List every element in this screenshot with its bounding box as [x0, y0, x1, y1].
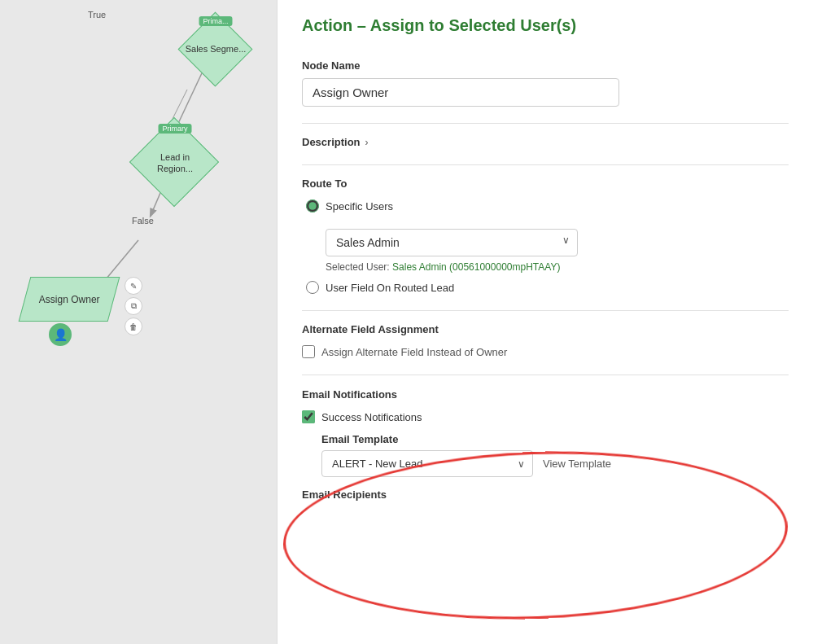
- route-to-group: Route To Specific Users Sales Admin Sele…: [302, 177, 789, 294]
- route-to-radio-group: Specific Users Sales Admin Selected User…: [306, 199, 789, 294]
- sales-admin-select-wrapper: Sales Admin: [326, 224, 578, 256]
- specific-users-row: Specific Users: [306, 199, 789, 212]
- email-recipients-label: Email Recipients: [302, 488, 789, 501]
- edit-button[interactable]: ✎: [125, 277, 142, 295]
- node-name-label: Node Name: [302, 59, 789, 72]
- sales-admin-dropdown[interactable]: Sales Admin: [326, 229, 578, 256]
- lead-region-label: Lead inRegion...: [157, 151, 193, 175]
- flow-diagram-panel: True Prima... Sales Segme... False Prima…: [0, 0, 277, 644]
- node-name-group: Node Name: [302, 59, 789, 107]
- alternate-field-checkbox[interactable]: [302, 345, 315, 358]
- email-template-group: Email Template ALERT - New Lead View Tem…: [321, 433, 789, 477]
- alternate-field-label: Alternate Field Assignment: [302, 323, 789, 335]
- copy-button[interactable]: ⧉: [125, 297, 142, 315]
- email-recipients-group: Email Recipients: [302, 488, 789, 501]
- success-notifications-label: Success Notifications: [321, 411, 422, 423]
- selected-user-text: Selected User: Sales Admin (00561000000m…: [326, 261, 789, 273]
- page-title: Action – Assign to Selected User(s): [302, 16, 789, 43]
- false-label: False: [132, 216, 154, 226]
- sales-segment-node: Prima... Sales Segme...: [171, 16, 260, 81]
- primary-badge: Primary: [159, 124, 192, 134]
- divider-4: [302, 375, 789, 375]
- email-notifications-label: Email Notifications: [302, 388, 789, 401]
- node-actions: ✎ ⧉ 🗑: [125, 277, 142, 335]
- lead-region-node: Primary Lead inRegion...: [126, 126, 224, 199]
- chevron-right-icon: ›: [365, 137, 369, 148]
- divider-1: [302, 123, 789, 124]
- alternate-field-checkbox-label: Assign Alternate Field Instead of Owner: [321, 346, 507, 358]
- view-template-link[interactable]: View Template: [543, 458, 611, 470]
- alternate-field-group: Alternate Field Assignment Assign Altern…: [302, 323, 789, 358]
- alternate-field-checkbox-row: Assign Alternate Field Instead of Owner: [302, 345, 789, 358]
- user-field-row: User Field On Routed Lead: [306, 281, 789, 294]
- template-select-row: ALERT - New Lead View Template: [321, 450, 789, 477]
- divider-3: [302, 310, 789, 311]
- specific-users-radio[interactable]: [306, 199, 319, 212]
- route-to-label: Route To: [302, 177, 789, 190]
- template-select-wrapper: ALERT - New Lead: [321, 450, 533, 477]
- description-row[interactable]: Description ›: [302, 136, 789, 148]
- true-label: True: [88, 10, 106, 20]
- node-name-input[interactable]: [302, 78, 619, 107]
- person-icon-wrapper[interactable]: 👤: [49, 323, 72, 346]
- user-field-radio[interactable]: [306, 281, 319, 294]
- template-dropdown[interactable]: ALERT - New Lead: [321, 450, 533, 477]
- success-notifications-row: Success Notifications: [302, 410, 789, 423]
- right-panel: Action – Assign to Selected User(s) Node…: [277, 0, 813, 644]
- divider-2: [302, 164, 789, 165]
- assign-owner-shape: Assign Owner: [19, 277, 120, 322]
- sales-admin-wrapper: Sales Admin Selected User: Sales Admin (…: [326, 224, 789, 273]
- success-notifications-checkbox[interactable]: [302, 410, 315, 423]
- delete-button[interactable]: 🗑: [125, 318, 142, 335]
- person-icon[interactable]: 👤: [49, 323, 72, 346]
- assign-owner-node[interactable]: Assign Owner ✎ ⧉ 🗑 👤: [24, 277, 114, 322]
- selected-user-link[interactable]: Sales Admin (00561000000mpHTAAY): [392, 261, 560, 273]
- user-field-label: User Field On Routed Lead: [326, 282, 454, 294]
- email-template-label: Email Template: [321, 433, 789, 445]
- email-notifications-section: Email Notifications Success Notification…: [302, 388, 789, 501]
- specific-users-label: Specific Users: [326, 200, 393, 212]
- description-label: Description: [302, 136, 361, 148]
